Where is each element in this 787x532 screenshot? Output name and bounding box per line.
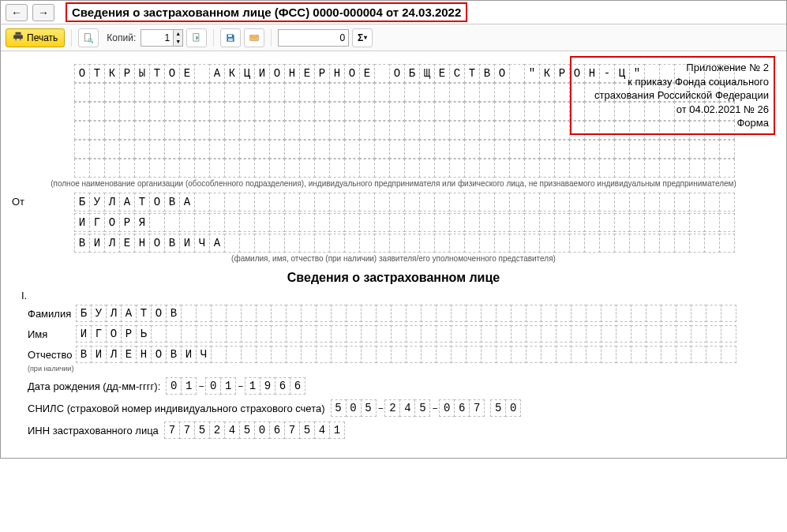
char-cell	[449, 234, 465, 253]
char-cell	[481, 325, 497, 343]
char-cell: В	[74, 234, 90, 253]
char-cell: 9	[260, 377, 275, 395]
char-cell	[314, 140, 330, 159]
char-cell	[314, 159, 330, 178]
char-cell: О	[269, 64, 285, 83]
char-cell	[164, 102, 180, 121]
char-cell	[584, 193, 600, 212]
char-cell	[661, 325, 676, 343]
char-cell: В	[166, 346, 182, 363]
char-cell	[331, 325, 347, 343]
char-cell	[359, 121, 375, 140]
char-cell	[554, 121, 570, 140]
save-button[interactable]	[220, 28, 241, 47]
stepper-down-icon[interactable]: ▼	[173, 38, 182, 46]
char-cell: О	[104, 213, 120, 232]
char-cell	[584, 213, 600, 232]
char-cell	[419, 121, 435, 140]
sum-button[interactable]: Σ▾	[352, 28, 373, 47]
number-input[interactable]	[278, 29, 349, 47]
nav-back-button[interactable]: ←	[6, 4, 28, 21]
char-cell	[509, 213, 525, 232]
char-cell	[194, 140, 210, 159]
char-cell	[89, 102, 105, 121]
char-cell	[719, 213, 735, 232]
char-cell: И	[181, 346, 197, 363]
char-cell	[524, 213, 540, 232]
char-cell	[509, 64, 525, 83]
char-cell	[286, 346, 302, 363]
char-cell	[704, 159, 720, 178]
char-cell: Н	[284, 64, 300, 83]
preview-button[interactable]	[78, 28, 99, 47]
char-cell	[391, 325, 407, 343]
char-cell	[389, 234, 405, 253]
char-cell: 5	[239, 421, 255, 439]
snils-label: СНИЛС (страховой номер индивидуального с…	[12, 403, 325, 414]
char-cell	[496, 346, 512, 363]
svg-rect-4	[228, 34, 232, 36]
char-cell	[541, 346, 557, 363]
char-cell	[301, 325, 317, 343]
char-cell: Е	[119, 234, 135, 253]
print-button[interactable]: Печать	[6, 28, 65, 47]
email-button[interactable]	[244, 28, 264, 47]
char-cell: Г	[89, 213, 105, 232]
char-cell	[494, 140, 510, 159]
char-cell	[601, 346, 616, 363]
char-cell	[164, 159, 180, 178]
char-cell: Н	[134, 234, 150, 253]
nav-forward-button[interactable]: →	[32, 4, 54, 21]
char-cell	[616, 346, 631, 363]
char-cell	[359, 193, 375, 212]
char-cell	[479, 234, 495, 253]
char-cell	[284, 213, 300, 232]
char-cell	[254, 193, 270, 212]
char-cell	[629, 159, 645, 178]
char-cell	[329, 159, 345, 178]
char-cell	[209, 213, 225, 232]
char-cell	[389, 83, 405, 102]
char-cell	[239, 193, 255, 212]
char-cell	[404, 140, 420, 159]
char-cell: 5	[490, 399, 506, 417]
char-cell: Л	[104, 193, 120, 212]
char-cell	[509, 102, 525, 121]
char-cell	[149, 83, 165, 102]
char-cell	[719, 159, 735, 178]
char-cell	[569, 213, 585, 232]
char-cell: 0	[254, 421, 270, 439]
char-cell	[599, 159, 615, 178]
char-cell	[434, 213, 450, 232]
char-cell	[616, 305, 631, 322]
char-cell	[404, 159, 420, 178]
char-cell: У	[91, 305, 107, 322]
char-cell: 2	[209, 421, 225, 439]
char-cell	[509, 159, 525, 178]
char-cell	[329, 83, 345, 102]
char-cell	[659, 213, 675, 232]
char-cell	[436, 325, 452, 343]
char-cell: Л	[106, 346, 122, 363]
lastname-label: Фамилия	[12, 308, 77, 320]
page-settings-button[interactable]	[186, 28, 207, 47]
char-cell	[374, 140, 390, 159]
char-cell	[344, 121, 360, 140]
char-cell	[209, 193, 225, 212]
char-cell: Н	[329, 64, 345, 83]
char-cell	[301, 346, 317, 363]
char-cell: О	[389, 64, 405, 83]
appendix-line: Форма	[576, 116, 769, 130]
char-cell	[539, 140, 555, 159]
char-cell	[179, 83, 195, 102]
char-cell: Л	[106, 305, 122, 322]
char-cell	[659, 234, 675, 253]
char-cell: 0	[505, 399, 521, 417]
char-cell: Б	[74, 193, 90, 212]
stepper-up-icon[interactable]: ▲	[173, 30, 182, 38]
copies-stepper[interactable]: ▲ ▼	[141, 29, 183, 47]
copies-input[interactable]	[141, 30, 173, 46]
char-cell: У	[89, 193, 105, 212]
firstname-field: Имя ИГОРЬ	[12, 325, 775, 343]
char-cell	[224, 102, 240, 121]
